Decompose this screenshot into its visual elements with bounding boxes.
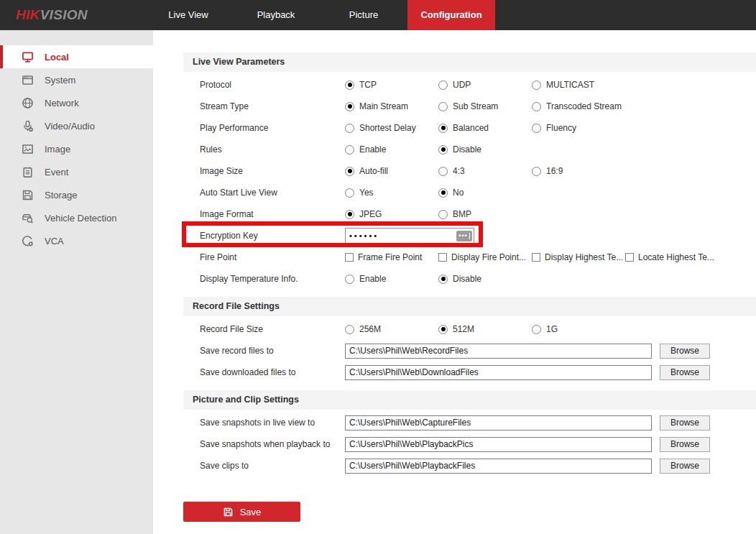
radio-option-sub-stream[interactable]: Sub Stream bbox=[438, 101, 532, 111]
option-label: Sub Stream bbox=[453, 101, 498, 111]
radio-option-shortest-delay[interactable]: Shortest Delay bbox=[345, 123, 438, 133]
checkbox-option-display-fire-point[interactable]: Display Fire Point... bbox=[438, 252, 532, 262]
checkbox[interactable] bbox=[532, 253, 540, 262]
option-label: Yes bbox=[359, 188, 374, 198]
radio-button[interactable] bbox=[345, 275, 354, 284]
globe-icon bbox=[22, 97, 34, 109]
section-picture-and-clip-settings: Picture and Clip SettingsSave snapshots … bbox=[183, 390, 756, 477]
radio-option-4-3[interactable]: 4:3 bbox=[438, 166, 532, 176]
sidebar-item-vca[interactable]: VCA bbox=[0, 229, 153, 252]
radio-button[interactable] bbox=[345, 102, 354, 111]
radio-option-no[interactable]: No bbox=[438, 188, 464, 198]
encryption-key-input[interactable]: ••••••••• bbox=[345, 228, 474, 244]
setting-row-save-record-files-to: Save record files toC:\Users\Phil\Web\Re… bbox=[183, 340, 756, 362]
radio-option-16-9[interactable]: 16:9 bbox=[532, 166, 563, 176]
setting-row-record-file-size: Record File Size256M512M1G bbox=[183, 318, 756, 340]
radio-button[interactable] bbox=[438, 188, 448, 198]
setting-row-auto-start-live-view: Auto Start Live ViewYesNo bbox=[183, 182, 756, 203]
sidebar-item-storage[interactable]: Storage bbox=[0, 183, 153, 206]
path-input-save-clips-to[interactable]: C:\Users\Phil\Web\PlaybackFiles bbox=[345, 459, 652, 474]
radio-option-fluency[interactable]: Fluency bbox=[532, 123, 576, 133]
radio-button[interactable] bbox=[438, 275, 448, 284]
radio-button[interactable] bbox=[345, 210, 354, 219]
sidebar-item-system[interactable]: System bbox=[0, 68, 153, 91]
sidebar-menu: LocalSystemNetworkVideo/AudioImageEventS… bbox=[0, 30, 153, 534]
browse-button[interactable]: Browse bbox=[660, 365, 710, 380]
radio-option-tcp[interactable]: TCP bbox=[345, 80, 438, 90]
sidebar-item-video-audio[interactable]: Video/Audio bbox=[0, 114, 153, 137]
radio-button[interactable] bbox=[438, 210, 448, 219]
radio-option-bmp[interactable]: BMP bbox=[438, 209, 471, 219]
radio-button[interactable] bbox=[345, 325, 354, 334]
radio-button[interactable] bbox=[345, 80, 354, 90]
browse-button[interactable]: Browse bbox=[660, 459, 710, 474]
radio-button[interactable] bbox=[438, 167, 448, 176]
tab-configuration[interactable]: Configuration bbox=[407, 0, 495, 30]
radio-option-main-stream[interactable]: Main Stream bbox=[345, 101, 438, 111]
radio-button[interactable] bbox=[345, 167, 354, 176]
radio-button[interactable] bbox=[345, 124, 354, 133]
tab-picture[interactable]: Picture bbox=[320, 0, 407, 30]
radio-button[interactable] bbox=[438, 325, 448, 334]
tab-live-view[interactable]: Live View bbox=[144, 0, 232, 30]
checkbox-option-frame-fire-point[interactable]: Frame Fire Point bbox=[345, 252, 438, 262]
checkbox[interactable] bbox=[438, 253, 447, 262]
radio-option-yes[interactable]: Yes bbox=[345, 188, 438, 198]
setting-row-stream-type: Stream TypeMain StreamSub StreamTranscod… bbox=[183, 96, 756, 117]
browse-button[interactable]: Browse bbox=[660, 437, 710, 452]
sidebar-item-label: Storage bbox=[45, 190, 78, 201]
radio-button[interactable] bbox=[438, 102, 448, 111]
path-input-save-snapshots-in-live-view-to[interactable]: C:\Users\Phil\Web\CaptureFiles bbox=[345, 415, 652, 431]
checkbox-option-locate-highest-te[interactable]: Locate Highest Te... bbox=[625, 252, 714, 262]
path-input-save-snapshots-when-playback-to[interactable]: C:\Users\Phil\Web\PlaybackPics bbox=[345, 437, 652, 452]
soft-keyboard-icon[interactable]: ••• bbox=[456, 231, 472, 241]
checkbox[interactable] bbox=[345, 253, 354, 262]
radio-option-jpeg[interactable]: JPEG bbox=[345, 209, 438, 219]
save-button[interactable]: Save bbox=[183, 502, 300, 522]
browse-button[interactable]: Browse bbox=[660, 344, 710, 359]
section-record-file-settings: Record File SettingsRecord File Size256M… bbox=[183, 297, 756, 383]
option-label: 4:3 bbox=[453, 166, 465, 176]
radio-option-enable[interactable]: Enable bbox=[345, 144, 438, 155]
radio-button[interactable] bbox=[438, 124, 448, 133]
row-label: Rules bbox=[200, 144, 345, 155]
radio-button[interactable] bbox=[532, 80, 541, 90]
radio-option-transcoded-stream[interactable]: Transcoded Stream bbox=[532, 101, 622, 111]
sidebar-item-vehicle-detection[interactable]: Vehicle Detection bbox=[0, 206, 153, 229]
radio-option-multicast[interactable]: MULTICAST bbox=[532, 80, 594, 90]
sidebar-item-local[interactable]: Local bbox=[0, 45, 153, 68]
radio-button[interactable] bbox=[345, 145, 354, 155]
browse-button[interactable]: Browse bbox=[660, 415, 710, 431]
path-input-save-record-files-to[interactable]: C:\Users\Phil\Web\RecordFiles bbox=[345, 344, 652, 359]
tab-playback[interactable]: Playback bbox=[232, 0, 320, 30]
vca-icon bbox=[22, 235, 34, 247]
checkbox[interactable] bbox=[625, 253, 634, 262]
path-input-save-downloaded-files-to[interactable]: C:\Users\Phil\Web\DownloadFiles bbox=[345, 365, 652, 380]
radio-button[interactable] bbox=[438, 145, 448, 155]
radio-button[interactable] bbox=[532, 124, 541, 133]
checkbox-option-display-highest-te[interactable]: Display Highest Te... bbox=[532, 252, 625, 262]
option-label: Enable bbox=[359, 274, 386, 284]
sidebar-item-image[interactable]: Image bbox=[0, 137, 153, 160]
radio-option-512m[interactable]: 512M bbox=[438, 324, 532, 334]
radio-option-256m[interactable]: 256M bbox=[345, 324, 438, 334]
radio-button[interactable] bbox=[345, 188, 354, 198]
radio-option-balanced[interactable]: Balanced bbox=[438, 123, 532, 133]
radio-option-1g[interactable]: 1G bbox=[532, 324, 558, 334]
sidebar-item-network[interactable]: Network bbox=[0, 91, 153, 114]
logo-hik: HIK bbox=[16, 7, 40, 23]
radio-option-enable[interactable]: Enable bbox=[345, 274, 438, 284]
radio-option-udp[interactable]: UDP bbox=[438, 80, 532, 90]
radio-option-auto-fill[interactable]: Auto-fill bbox=[345, 166, 438, 176]
sidebar-item-event[interactable]: Event bbox=[0, 160, 153, 183]
radio-button[interactable] bbox=[532, 325, 541, 334]
setting-row-save-downloaded-files-to: Save downloaded files toC:\Users\Phil\We… bbox=[183, 362, 756, 383]
radio-button[interactable] bbox=[532, 167, 541, 176]
option-label: Display Fire Point... bbox=[451, 252, 526, 262]
radio-button[interactable] bbox=[532, 102, 541, 111]
radio-option-disable[interactable]: Disable bbox=[438, 144, 481, 155]
radio-option-disable[interactable]: Disable bbox=[438, 274, 481, 284]
save-row: Save bbox=[183, 502, 756, 522]
radio-button[interactable] bbox=[438, 80, 448, 90]
sidebar-item-label: Local bbox=[45, 52, 69, 63]
